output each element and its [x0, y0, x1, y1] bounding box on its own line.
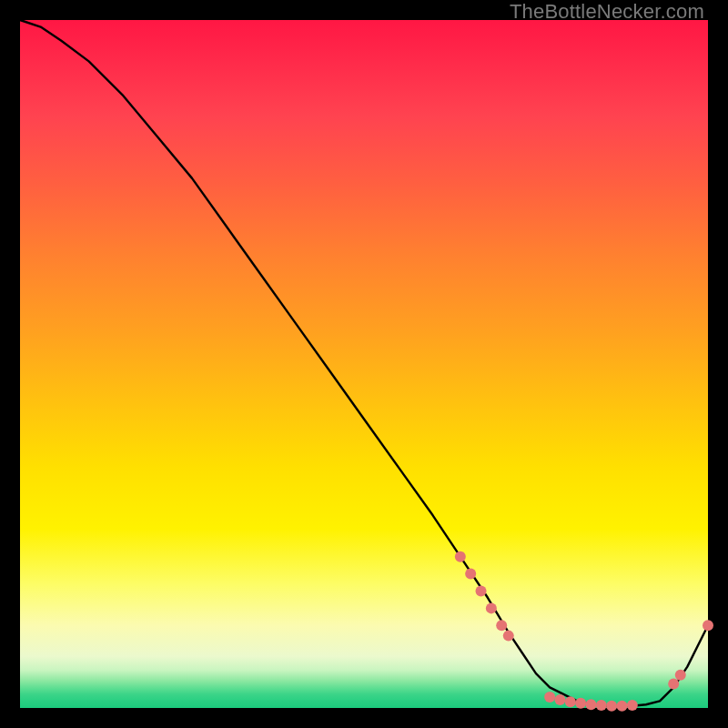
data-marker	[565, 696, 576, 707]
bottleneck-curve-svg	[20, 20, 708, 708]
data-marker	[486, 602, 497, 613]
marker-group	[455, 551, 713, 712]
bottleneck-curve-path	[20, 20, 708, 706]
data-marker	[606, 701, 617, 712]
data-marker	[585, 699, 596, 710]
data-marker	[703, 620, 713, 631]
data-marker	[476, 585, 487, 596]
data-marker	[596, 700, 607, 711]
chart-frame	[20, 20, 708, 708]
data-marker	[455, 551, 466, 562]
data-marker	[503, 631, 514, 642]
data-marker	[617, 701, 628, 712]
data-marker	[544, 692, 555, 703]
data-marker	[554, 694, 565, 705]
data-marker	[668, 679, 679, 690]
data-marker	[675, 670, 686, 681]
data-marker	[627, 700, 638, 711]
data-marker	[575, 698, 586, 709]
data-marker	[496, 620, 507, 631]
data-marker	[465, 569, 476, 580]
